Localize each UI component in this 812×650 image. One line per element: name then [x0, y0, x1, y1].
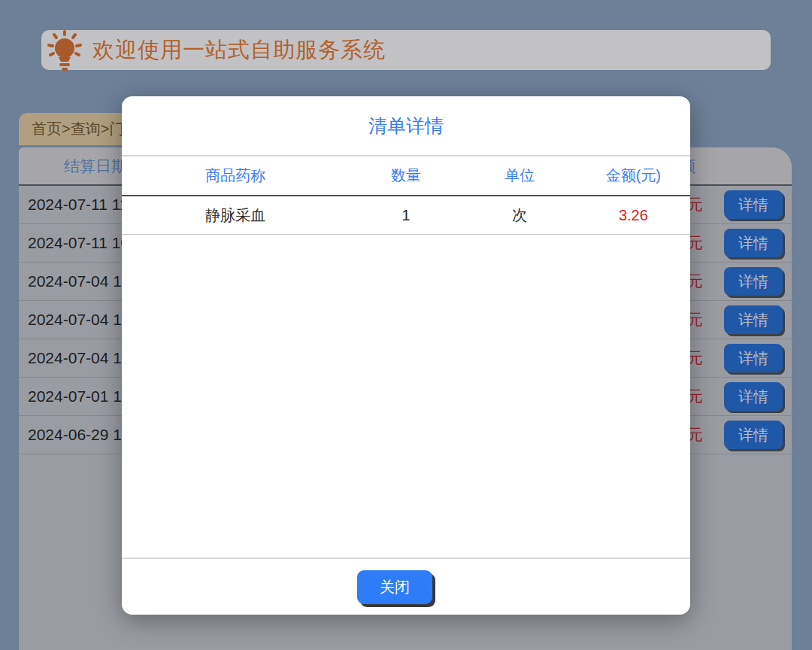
column-header-unit: 单位	[463, 166, 577, 186]
settle-date: 2024-07-04 11	[28, 301, 129, 339]
detail-button[interactable]: 详情	[724, 267, 783, 296]
detail-list-modal: 清单详情 商品药称 数量 单位 金额(元) 静脉采血 1 次 3.26 关闭	[122, 96, 690, 615]
column-header-amount: 金额(元)	[577, 166, 690, 186]
item-amount: 3.26	[577, 207, 690, 224]
settle-date: 2024-07-01 10	[28, 378, 131, 415]
modal-footer: 关闭	[122, 557, 690, 615]
modal-title: 清单详情	[122, 96, 690, 156]
modal-table-row: 静脉采血 1 次 3.26	[122, 196, 690, 235]
item-name: 静脉采血	[122, 205, 349, 226]
column-header-quantity: 数量	[349, 166, 462, 186]
detail-button[interactable]: 详情	[724, 382, 783, 411]
lightbulb-icon	[46, 30, 83, 72]
column-header-settle-date: 结算日期	[64, 147, 127, 184]
settle-date: 2024-07-04 10	[28, 339, 131, 377]
welcome-banner: 欢迎使用一站式自助服务系统	[41, 30, 771, 70]
modal-table-header: 商品药称 数量 单位 金额(元)	[122, 156, 690, 196]
column-header-item-name: 商品药称	[122, 166, 349, 186]
detail-button[interactable]: 详情	[724, 344, 783, 372]
settle-date: 2024-06-29 12	[28, 416, 131, 454]
welcome-title: 欢迎使用一站式自助服务系统	[92, 35, 386, 65]
detail-button[interactable]: 详情	[724, 421, 783, 449]
settle-date: 2024-07-11 11	[28, 186, 129, 223]
detail-button[interactable]: 详情	[724, 305, 783, 334]
close-button[interactable]: 关闭	[357, 570, 432, 604]
detail-button[interactable]: 详情	[724, 190, 783, 219]
settle-date: 2024-07-04 15	[28, 263, 131, 300]
item-qty: 1	[349, 207, 462, 224]
settle-date: 2024-07-11 10	[28, 224, 129, 262]
detail-button[interactable]: 详情	[724, 229, 783, 257]
modal-empty-area	[122, 235, 690, 557]
breadcrumb-text: 首页>查询>门	[32, 119, 124, 139]
item-unit: 次	[463, 205, 577, 226]
